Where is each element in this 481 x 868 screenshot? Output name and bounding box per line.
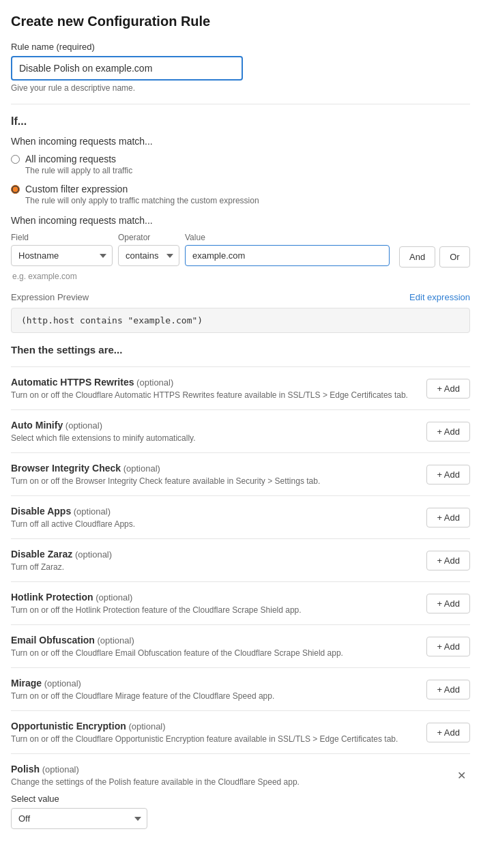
setting-optional: (optional) <box>93 592 133 603</box>
add-button-auto-minify[interactable]: + Add <box>426 422 470 442</box>
add-button-mirage[interactable]: + Add <box>426 680 470 699</box>
polish-select[interactable]: Off Lossless Lossy <box>11 808 147 829</box>
setting-name: Disable Zaraz <box>11 549 72 560</box>
setting-header: Auto Minify (optional) Select which file… <box>11 420 470 443</box>
and-or-buttons: And Or <box>395 233 470 267</box>
setting-name: Disable Apps <box>11 506 71 517</box>
add-button-automatic-https[interactable]: + Add <box>426 379 470 399</box>
setting-header: Email Obfuscation (optional) Turn on or … <box>11 635 470 658</box>
setting-disable-apps: Disable Apps (optional) Turn off all act… <box>11 495 470 538</box>
page-title: Create new Configuration Rule <box>11 14 470 29</box>
add-button-email-obfuscation[interactable]: + Add <box>426 637 470 656</box>
setting-desc: Select which file extensions to minify a… <box>11 433 426 443</box>
expression-box: (http.host contains "example.com") <box>11 308 470 333</box>
expression-preview-header: Expression Preview Edit expression <box>11 292 470 302</box>
setting-desc: Turn on or off the Cloudflare Opportunis… <box>11 734 426 744</box>
polish-select-section: Select value Off Lossless Lossy <box>11 794 470 829</box>
add-button-browser-integrity[interactable]: + Add <box>426 465 470 484</box>
setting-disable-zaraz: Disable Zaraz (optional) Turn off Zaraz.… <box>11 538 470 581</box>
setting-optional: (optional) <box>72 549 112 560</box>
setting-automatic-https: Automatic HTTPS Rewrites (optional) Turn… <box>11 366 470 409</box>
match-heading-2: When incoming requests match... <box>11 215 470 226</box>
rule-name-section: Rule name (required) Give your rule a de… <box>11 42 470 93</box>
setting-name: Hotlink Protection <box>11 592 93 603</box>
radio-item-all: All incoming requests The rule will appl… <box>11 154 470 175</box>
and-button[interactable]: And <box>399 246 435 267</box>
setting-desc: Turn on or off the Hotlink Protection fe… <box>11 605 426 615</box>
setting-name: Auto Minify <box>11 420 63 431</box>
setting-desc: Turn on or off the Cloudflare Mirage fea… <box>11 691 426 701</box>
rule-name-label: Rule name (required) <box>11 42 470 52</box>
field-select[interactable]: Hostname URI IP Source Address <box>11 245 113 266</box>
add-button-disable-apps[interactable]: + Add <box>426 508 470 527</box>
setting-optional: (optional) <box>42 678 81 689</box>
field-col: Field Hostname URI IP Source Address <box>11 233 113 266</box>
setting-email-obfuscation: Email Obfuscation (optional) Turn on or … <box>11 624 470 667</box>
close-icon: ✕ <box>457 770 466 781</box>
setting-desc: Turn off Zaraz. <box>11 562 426 572</box>
fields-row: Field Hostname URI IP Source Address Ope… <box>11 233 470 267</box>
rule-name-helper: Give your rule a descriptive name. <box>11 83 470 93</box>
match-heading-1: When incoming requests match... <box>11 136 470 147</box>
value-label: Value <box>185 233 390 242</box>
rule-name-input[interactable] <box>11 56 243 81</box>
if-section: If... When incoming requests match... Al… <box>11 115 470 333</box>
polish-close-button[interactable]: ✕ <box>453 768 470 783</box>
polish-header: Polish (optional) Change the settings of… <box>11 764 470 787</box>
setting-optional: (optional) <box>134 377 173 388</box>
setting-desc: Turn on or off the Cloudflare Automatic … <box>11 390 426 400</box>
setting-header: Mirage (optional) Turn on or off the Clo… <box>11 678 470 701</box>
setting-name: Email Obfuscation <box>11 635 95 646</box>
add-button-opportunistic[interactable]: + Add <box>426 723 470 742</box>
setting-name: Mirage <box>11 678 42 689</box>
select-value-label: Select value <box>11 794 470 804</box>
setting-header: Opportunistic Encryption (optional) Turn… <box>11 721 470 744</box>
setting-desc: Turn off all active Cloudflare Apps. <box>11 519 426 529</box>
setting-mirage: Mirage (optional) Turn on or off the Clo… <box>11 667 470 710</box>
then-section: Then the settings are... Automatic HTTPS… <box>11 344 470 829</box>
radio-custom-filter[interactable] <box>11 185 20 194</box>
radio-group: All incoming requests The rule will appl… <box>11 154 470 205</box>
match-fields-section: When incoming requests match... Field Ho… <box>11 215 470 281</box>
or-button[interactable]: Or <box>439 246 469 267</box>
setting-browser-integrity: Browser Integrity Check (optional) Turn … <box>11 452 470 495</box>
operator-select[interactable]: contains equals matches <box>118 245 179 266</box>
setting-optional: (optional) <box>126 721 166 732</box>
radio-all-desc: The rule will apply to all traffic <box>25 166 132 175</box>
setting-desc: Turn on or off the Browser Integrity Che… <box>11 476 426 486</box>
setting-auto-minify: Auto Minify (optional) Select which file… <box>11 409 470 452</box>
edit-expression-link[interactable]: Edit expression <box>409 292 470 302</box>
setting-hotlink-protection: Hotlink Protection (optional) Turn on or… <box>11 581 470 624</box>
polish-desc: Change the settings of the Polish featur… <box>11 777 453 787</box>
add-button-hotlink[interactable]: + Add <box>426 594 470 613</box>
value-col: Value <box>185 233 390 266</box>
setting-header: Browser Integrity Check (optional) Turn … <box>11 463 470 486</box>
polish-optional: (optional) <box>40 764 79 775</box>
setting-desc: Turn on or off the Cloudflare Email Obfu… <box>11 648 426 658</box>
page-container: Create new Configuration Rule Rule name … <box>0 0 481 843</box>
setting-header: Disable Zaraz (optional) Turn off Zaraz.… <box>11 549 470 572</box>
radio-custom-desc: The rule will only apply to traffic matc… <box>25 196 259 205</box>
operator-label: Operator <box>118 233 179 242</box>
setting-header: Automatic HTTPS Rewrites (optional) Turn… <box>11 377 470 400</box>
polish-name: Polish <box>11 764 40 775</box>
expression-preview-section: Expression Preview Edit expression (http… <box>11 292 470 333</box>
setting-name: Opportunistic Encryption <box>11 721 126 732</box>
radio-all-requests[interactable] <box>11 155 20 164</box>
expression-preview-label: Expression Preview <box>11 292 89 302</box>
setting-name: Browser Integrity Check <box>11 463 121 474</box>
radio-custom-label: Custom filter expression <box>25 184 259 194</box>
setting-optional: (optional) <box>63 420 102 431</box>
section-divider-1 <box>11 104 470 104</box>
operator-col: Operator contains equals matches <box>118 233 179 266</box>
setting-name: Automatic HTTPS Rewrites <box>11 377 134 388</box>
setting-optional: (optional) <box>71 506 111 517</box>
then-heading: Then the settings are... <box>11 344 470 356</box>
setting-header: Disable Apps (optional) Turn off all act… <box>11 506 470 529</box>
setting-header: Hotlink Protection (optional) Turn on or… <box>11 592 470 615</box>
example-text: e.g. example.com <box>12 272 470 281</box>
setting-polish: Polish (optional) Change the settings of… <box>11 753 470 829</box>
add-button-disable-zaraz[interactable]: + Add <box>426 551 470 570</box>
value-input[interactable] <box>185 245 390 266</box>
setting-opportunistic-encryption: Opportunistic Encryption (optional) Turn… <box>11 710 470 753</box>
